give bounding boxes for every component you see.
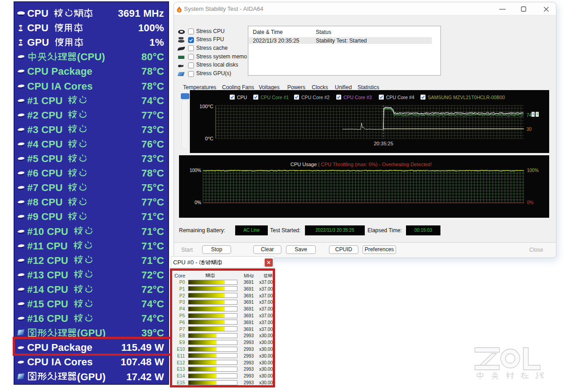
- svg-text:20:35:25: 20:35:25: [374, 141, 393, 146]
- svg-text:100%: 100%: [527, 168, 539, 173]
- svg-text:0%: 0%: [527, 200, 534, 205]
- svg-text:CPU Core #2: CPU Core #2: [301, 95, 330, 100]
- svg-text:CPU Core #1: CPU Core #1: [261, 95, 289, 100]
- svg-text:0%: 0%: [195, 200, 202, 205]
- svg-text:74: 74: [527, 113, 532, 118]
- svg-text:CPU Core #3: CPU Core #3: [343, 95, 372, 100]
- svg-text:30: 30: [527, 127, 532, 132]
- svg-text:CPU Core #4: CPU Core #4: [386, 95, 415, 100]
- svg-text:100°C: 100°C: [199, 104, 213, 109]
- svg-text:0°C: 0°C: [205, 136, 214, 141]
- svg-text:CPU Usage | CPU Throttling (: CPU Usage | CPU Throttling (max: 0%) - O…: [290, 162, 432, 167]
- svg-text:CPU: CPU: [237, 95, 247, 100]
- svg-text:SAMSUNG MZVL21T0HCLR-00B00: SAMSUNG MZVL21T0HCLR-00B00: [428, 95, 505, 100]
- svg-text:100%: 100%: [189, 168, 201, 173]
